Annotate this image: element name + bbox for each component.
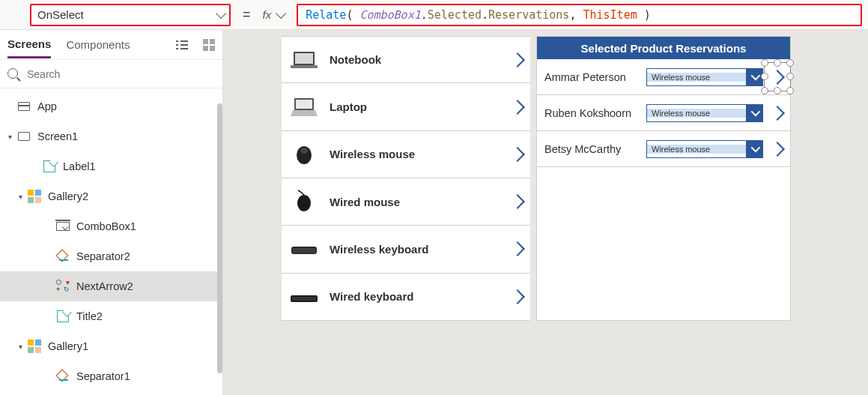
formula-token: Relate	[306, 8, 346, 22]
person-name: Betsy McCarthy	[544, 143, 640, 155]
gallery-icon	[28, 340, 41, 353]
product-name: Laptop	[330, 100, 502, 113]
list-item[interactable]: Wireless keyboard	[282, 226, 530, 273]
tree-node-separator2[interactable]: Separator2	[0, 241, 222, 271]
screen-icon	[18, 132, 30, 141]
next-arrow-icon[interactable]	[770, 106, 785, 121]
formula-token: .	[482, 8, 488, 22]
list-view-icon[interactable]	[176, 39, 188, 51]
product-combobox[interactable]: Wireless mouse	[646, 140, 763, 158]
products-gallery[interactable]: Notebook Laptop Wireless mouse	[282, 36, 530, 321]
main-area: Screens Components App Screen1	[0, 30, 868, 395]
tree-node-gallery2[interactable]: Gallery2	[0, 181, 222, 211]
tree-node-label: Gallery1	[48, 340, 88, 352]
combobox-value: Wireless mouse	[647, 145, 746, 154]
svg-rect-4	[296, 100, 312, 109]
tab-components[interactable]: Components	[66, 32, 130, 57]
svg-rect-2	[291, 65, 318, 68]
formula-input[interactable]: Relate( ComboBox1.Selected.Reservations,…	[297, 4, 862, 26]
nextarrow-icon: ↻	[56, 280, 70, 293]
list-item[interactable]: Ruben Kokshoorn Wireless mouse	[537, 95, 790, 131]
list-item[interactable]: Laptop	[282, 83, 530, 130]
person-name: Ruben Kokshoorn	[544, 107, 640, 119]
svg-rect-12	[292, 297, 316, 301]
product-image	[289, 47, 319, 73]
chevron-right-icon[interactable]	[510, 52, 525, 67]
expand-icon[interactable]	[4, 133, 15, 141]
expand-icon[interactable]	[15, 343, 25, 351]
formula-token: Selected	[428, 8, 482, 22]
list-item[interactable]: Wired keyboard	[282, 274, 530, 321]
product-combobox[interactable]: Wireless mouse	[646, 68, 763, 86]
formula-token: )	[637, 8, 651, 22]
chevron-down-icon[interactable]	[746, 105, 762, 121]
product-combobox[interactable]: Wireless mouse	[646, 104, 763, 122]
tab-screens[interactable]: Screens	[7, 31, 51, 58]
product-image	[289, 284, 319, 310]
tree-node-label1[interactable]: Label1	[0, 151, 222, 181]
tree-node-gallery1[interactable]: Gallery1	[0, 331, 222, 361]
list-item[interactable]: Betsy McCarthy Wireless mouse	[537, 131, 790, 167]
fx-label: fx	[263, 8, 272, 21]
tree-search	[0, 60, 222, 88]
search-input[interactable]	[0, 60, 222, 88]
svg-rect-1	[295, 53, 313, 64]
list-item[interactable]: Ammar Peterson Wireless mouse	[537, 59, 790, 95]
product-name: Wired mouse	[330, 196, 502, 208]
combobox-value: Wireless mouse	[647, 109, 746, 118]
gallery-icon	[28, 190, 41, 203]
grid-view-icon[interactable]	[203, 39, 215, 51]
next-arrow-icon[interactable]	[770, 70, 785, 85]
person-name: Ammar Peterson	[544, 71, 640, 83]
design-canvas[interactable]: Notebook Laptop Wireless mouse	[223, 30, 868, 395]
tree-node-label: Separator2	[76, 250, 130, 262]
chevron-right-icon[interactable]	[510, 194, 525, 209]
formula-bar: OnSelect = fx Relate( ComboBox1.Selected…	[0, 0, 868, 30]
product-image	[289, 94, 319, 120]
formula-token: ,	[569, 8, 583, 22]
formula-token: ComboBox1	[359, 8, 420, 22]
chevron-down-icon[interactable]	[746, 69, 762, 85]
chevron-right-icon[interactable]	[510, 289, 525, 304]
tree-node-label: App	[37, 100, 57, 112]
combobox-icon	[56, 222, 70, 231]
tree-node-label: NextArrow2	[76, 280, 133, 292]
product-name: Wired keyboard	[330, 290, 502, 303]
svg-point-8	[297, 195, 311, 211]
list-item[interactable]: Notebook	[282, 36, 530, 83]
fx-button[interactable]: fx	[263, 8, 288, 21]
separator-icon	[56, 251, 70, 262]
chevron-down-icon[interactable]	[746, 141, 762, 157]
separator-icon	[56, 371, 70, 382]
product-image	[289, 236, 319, 262]
tree-node-separator1[interactable]: Separator1	[0, 361, 222, 391]
expand-icon[interactable]	[15, 193, 25, 201]
tree-node-screen1[interactable]: Screen1	[0, 121, 222, 151]
svg-point-7	[300, 148, 308, 154]
tree-panel: Screens Components App Screen1	[0, 30, 223, 395]
list-item[interactable]: Wireless mouse	[282, 131, 530, 178]
formula-token: Reservations	[488, 8, 569, 22]
tree-node-nextarrow2[interactable]: ↻ NextArrow2	[0, 271, 222, 301]
chevron-right-icon[interactable]	[510, 100, 525, 115]
svg-marker-5	[291, 110, 318, 116]
label-icon	[43, 160, 55, 172]
chevron-down-icon	[276, 7, 286, 18]
product-name: Wireless mouse	[330, 148, 502, 160]
list-item[interactable]: Wired mouse	[282, 178, 530, 226]
next-arrow-icon[interactable]	[770, 142, 785, 157]
tree-node-title2[interactable]: Title2	[0, 301, 222, 331]
product-image	[289, 142, 319, 167]
label-icon	[57, 310, 69, 322]
scrollbar-thumb[interactable]	[217, 103, 222, 373]
chevron-right-icon[interactable]	[510, 242, 525, 257]
chevron-right-icon[interactable]	[510, 147, 525, 162]
property-selector[interactable]: OnSelect	[30, 4, 231, 26]
tree-node-combobox1[interactable]: ComboBox1	[0, 211, 222, 241]
product-name: Wireless keyboard	[330, 243, 502, 256]
reservations-gallery[interactable]: Selected Product Reservations Ammar Pete…	[536, 36, 791, 321]
tree-view[interactable]: App Screen1 Label1 Gallery2 ComboBox1	[0, 88, 222, 395]
chevron-down-icon	[216, 7, 226, 18]
tree-node-label: Label1	[63, 160, 96, 172]
tree-node-app[interactable]: App	[0, 91, 222, 121]
